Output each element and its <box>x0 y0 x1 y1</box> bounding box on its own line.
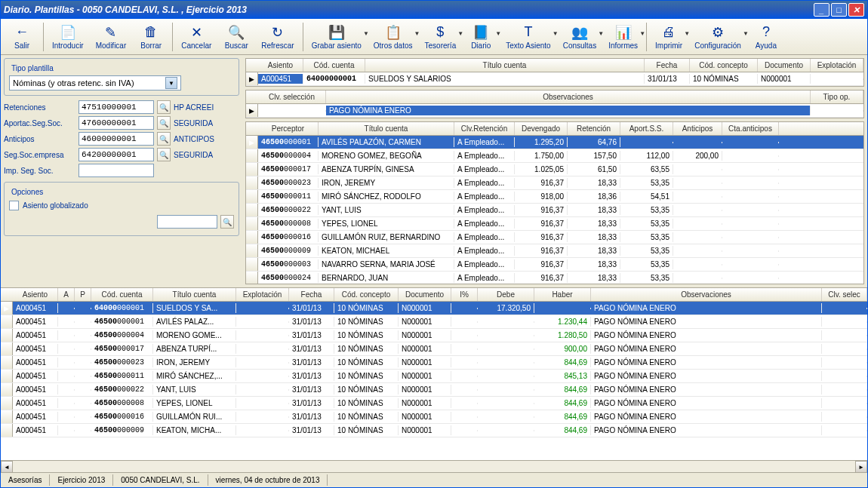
perceptor-row[interactable]: 46500000009 KEATON, MICHAEL A Empleado..… <box>246 244 863 258</box>
anticipos-search-button[interactable]: 🔍 <box>157 132 171 146</box>
toolbar-salir[interactable]: ←Salir <box>4 20 40 54</box>
perceptor-row[interactable]: 46500000011 MIRÓ SÁNCHEZ, RODOLFO A Empl… <box>246 190 863 204</box>
toolbar-cancelar[interactable]: ✕Cancelar <box>176 20 217 54</box>
perceptor-row[interactable]: 46500000023 IRON, JEREMY A Empleado... 9… <box>246 176 863 190</box>
perceptor-row[interactable]: 46500000024 BERNARDO, JUAN A Empleado...… <box>246 272 863 284</box>
toolbar-diario[interactable]: 📘Diario▼ <box>463 20 499 54</box>
gh-a[interactable]: A <box>58 288 75 301</box>
gh-asiento[interactable]: Asiento <box>13 288 58 301</box>
gh-obs[interactable]: Observaciones <box>326 91 811 103</box>
gh-titulo[interactable]: Título cuenta <box>153 288 236 301</box>
perceptor-row[interactable]: 46500000003 NAVARRO SERNA, MARIA JOSÉ A … <box>246 258 863 272</box>
gh-obs[interactable]: Observaciones <box>591 288 822 301</box>
toolbar-configuración[interactable]: ⚙Configuración▼ <box>689 20 746 54</box>
scroll-right-button[interactable]: ► <box>855 461 867 472</box>
lower-row[interactable]: A000451 46500000023 IRON, JEREMY 31/01/1… <box>1 356 867 370</box>
gh-ctaant[interactable]: Cta.anticipos <box>722 122 779 135</box>
opciones-search-input[interactable] <box>157 215 217 229</box>
gh-ipct[interactable]: I% <box>451 288 478 301</box>
perceptor-row[interactable]: 46500000016 GUILLAMÓN RUIZ, BERNARDINO A… <box>246 231 863 244</box>
lower-row[interactable]: A000451 46500000004 MORENO GOME... 31/01… <box>1 329 867 342</box>
gh-expl[interactable]: Explotación <box>811 59 863 72</box>
impsegsoc-input[interactable] <box>78 164 154 177</box>
cell-doc: N000001 <box>399 317 451 327</box>
toolbar-buscar[interactable]: 🔍Buscar <box>218 20 254 54</box>
gh-codcuenta[interactable]: Cód. cuenta <box>303 59 365 72</box>
toolbar-imprimir[interactable]: 🖨Imprimir▼ <box>650 20 688 54</box>
cell-ctaant <box>722 250 779 252</box>
gh-titulo[interactable]: Título cuenta <box>365 59 645 72</box>
perceptor-row[interactable]: 46500000022 YANT, LUIS A Empleado... 916… <box>246 204 863 217</box>
maximize-button[interactable]: □ <box>831 3 847 17</box>
gh-codcuenta[interactable]: Cód. cuenta <box>91 288 153 301</box>
gh-doc[interactable]: Documento <box>758 59 811 72</box>
lower-row[interactable]: A000451 46500000011 MIRÓ SÁNCHEZ,... 31/… <box>1 370 867 383</box>
gh-asiento[interactable]: Asiento <box>258 59 303 72</box>
gh-devengado[interactable]: Devengado <box>515 122 568 135</box>
status-asesorias[interactable]: Asesorías <box>1 474 50 486</box>
gh-expl[interactable]: Explotación <box>236 288 289 301</box>
tipo-plantilla-combo[interactable]: Nóminas (y otras retenc. sin IVA) ▼ <box>9 75 181 91</box>
opciones-search-button[interactable]: 🔍 <box>220 215 234 229</box>
asiento-globalizado-checkbox[interactable]: Asiento globalizado <box>9 201 234 210</box>
retenciones-search-button[interactable]: 🔍 <box>157 100 171 114</box>
obs-row[interactable]: ▶ PAGO NÓMINA ENERO <box>246 104 863 118</box>
scroll-track[interactable] <box>13 461 855 472</box>
gh-fecha[interactable]: Fecha <box>289 288 334 301</box>
gh-doc[interactable]: Documento <box>399 288 451 301</box>
lower-row[interactable]: A000451 46500000016 GUILLAMÓN RUI... 31/… <box>1 410 867 424</box>
toolbar-otros-datos[interactable]: 📋Otros datos▼ <box>368 20 418 54</box>
gh-titulo[interactable]: Título cuenta <box>319 122 454 135</box>
retenciones-input[interactable] <box>78 100 154 114</box>
gh-tipoop[interactable]: Tipo op. <box>811 91 863 103</box>
gh-aportss[interactable]: Aport.S.S. <box>620 122 673 135</box>
anticipos-input[interactable] <box>78 132 154 146</box>
perceptor-row[interactable]: 46500000017 ABENZA TURPÍN, GINESA A Empl… <box>246 163 863 176</box>
segsoc-input[interactable] <box>78 148 154 161</box>
gh-retencion[interactable]: Retención <box>568 122 620 135</box>
gh-clvsel[interactable]: Clv. selec <box>822 288 867 301</box>
gh-clvret[interactable]: Clv.Retención <box>454 122 515 135</box>
perceptor-row[interactable]: ▶ 46500000001 AVILÉS PALAZÓN, CARMEN A E… <box>246 136 863 149</box>
status-ejercicio[interactable]: Ejercicio 2013 <box>50 474 113 486</box>
horizontal-scrollbar[interactable]: ◄ ► <box>1 460 867 472</box>
gh-anticipos[interactable]: Anticipos <box>673 122 722 135</box>
lower-row[interactable]: A000451 46500000008 YEPES, LIONEL 31/01/… <box>1 397 867 410</box>
gh-concepto[interactable]: Cód. concepto <box>334 288 399 301</box>
toolbar-texto-asiento[interactable]: TTexto Asiento▼ <box>500 20 556 54</box>
cell-ipct <box>451 335 478 336</box>
gh-perceptor[interactable]: Perceptor <box>258 122 319 135</box>
toolbar-borrar[interactable]: 🗑Borrar <box>133 20 169 54</box>
toolbar-grabar-asiento[interactable]: 💾Grabar asiento▼ <box>306 20 367 54</box>
gh-p[interactable]: P <box>75 288 91 301</box>
perceptor-row[interactable]: 46500000008 YEPES, LIONEL A Empleado... … <box>246 217 863 231</box>
toolbar-ayuda[interactable]: ?Ayuda <box>748 20 784 54</box>
gh-haber[interactable]: Haber <box>534 288 591 301</box>
toolbar-tesorería[interactable]: $Tesorería▼ <box>420 20 462 54</box>
lower-row[interactable]: A000451 46500000009 KEATON, MICHA... 31/… <box>1 424 867 437</box>
status-empresa[interactable]: 0050 CANDELAVI, S.L. <box>113 474 208 486</box>
lower-grid[interactable]: ▶ A000451 64000000001 SUELDOS Y SA... 31… <box>1 302 867 460</box>
toolbar-informes[interactable]: 📊Informes▼ <box>603 20 643 54</box>
asiento-row[interactable]: ▶ A000451 64000000001 SUELDOS Y SALARIOS… <box>246 72 863 86</box>
gh-concepto[interactable]: Cód. concepto <box>690 59 758 72</box>
toolbar-modificar[interactable]: ✎Modificar <box>91 20 132 54</box>
toolbar-consultas[interactable]: 👥Consultas▼ <box>558 20 602 54</box>
lower-row[interactable]: ▶ A000451 64000000001 SUELDOS Y SA... 31… <box>1 302 867 315</box>
toolbar-refrescar[interactable]: ↻Refrescar <box>256 20 299 54</box>
tesorería-icon: $ <box>432 24 448 41</box>
segsoc-search-button[interactable]: 🔍 <box>157 148 171 161</box>
perceptor-row[interactable]: 46500000004 MORENO GOMEZ, BEGOÑA A Emple… <box>246 149 863 163</box>
minimize-button[interactable]: _ <box>814 3 830 17</box>
gh-debe[interactable]: Debe <box>478 288 534 301</box>
aportac-search-button[interactable]: 🔍 <box>157 116 171 130</box>
gh-fecha[interactable]: Fecha <box>645 59 690 72</box>
gh-clv[interactable]: Clv. selección <box>258 91 326 103</box>
lower-row[interactable]: A000451 46500000017 ABENZA TURPÍ... 31/0… <box>1 342 867 356</box>
lower-row[interactable]: A000451 46500000001 AVILÉS PALAZ... 31/0… <box>1 315 867 329</box>
lower-row[interactable]: A000451 46500000022 YANT, LUIS 31/01/13 … <box>1 383 867 397</box>
scroll-left-button[interactable]: ◄ <box>1 461 13 472</box>
toolbar-introducir[interactable]: 📄Introducir <box>47 20 89 54</box>
aportac-input[interactable] <box>78 116 154 130</box>
close-button[interactable]: ✕ <box>848 3 864 17</box>
